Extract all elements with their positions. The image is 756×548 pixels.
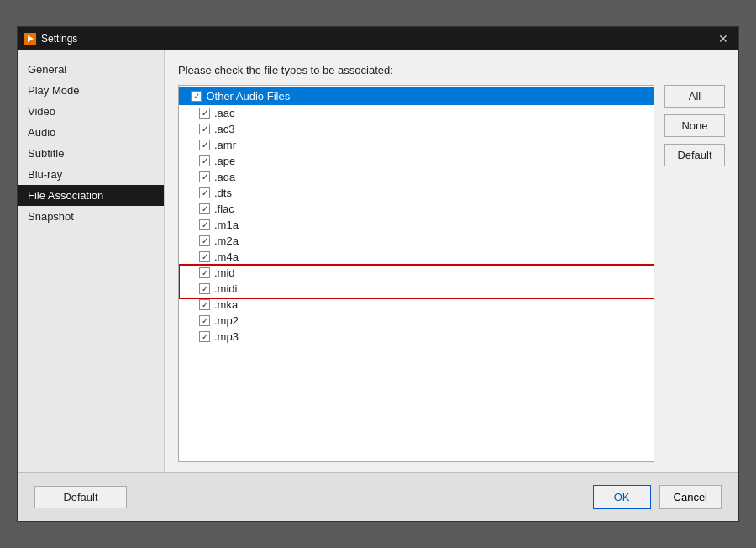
label-ac3: .ac3	[214, 123, 235, 135]
file-item-ape: .ape	[179, 153, 654, 169]
label-dts: .dts	[214, 187, 232, 199]
group-label: Other Audio Files	[206, 90, 290, 103]
none-button[interactable]: None	[664, 114, 725, 137]
checkbox-m4a[interactable]	[199, 251, 210, 262]
label-ada: .ada	[214, 171, 235, 183]
file-item-amr: .amr	[179, 137, 654, 153]
file-item-m4a: .m4a	[179, 249, 654, 265]
label-midi: .midi	[214, 282, 237, 295]
label-amr: .amr	[214, 139, 236, 151]
footer-default-button[interactable]: Default	[34, 486, 127, 508]
checkbox-m2a[interactable]	[199, 235, 210, 246]
checkbox-mka[interactable]	[199, 299, 210, 310]
svg-marker-0	[28, 35, 34, 42]
default-button[interactable]: Default	[664, 144, 725, 166]
sidebar-item-subtitle[interactable]: Subtitle	[18, 143, 164, 164]
label-aac: .aac	[214, 107, 235, 119]
content-area: − Other Audio Files .aac .ac3	[178, 85, 725, 462]
title-bar: Settings ✕	[18, 27, 738, 50]
file-item-mka: .mka	[179, 297, 654, 313]
footer-right: OK Cancel	[593, 485, 722, 509]
file-item-midi: .midi	[179, 281, 654, 297]
file-list-scroll[interactable]: − Other Audio Files .aac .ac3	[179, 86, 654, 461]
label-ape: .ape	[214, 155, 235, 167]
file-item-aac: .aac	[179, 105, 654, 121]
sidebar: General Play Mode Video Audio Subtitle B…	[18, 50, 165, 472]
label-m4a: .m4a	[214, 250, 239, 263]
file-item-m1a: .m1a	[179, 217, 654, 233]
checkbox-flac[interactable]	[199, 203, 210, 214]
checkbox-ac3[interactable]	[199, 124, 210, 134]
label-m1a: .m1a	[214, 219, 239, 231]
settings-window: Settings ✕ General Play Mode Video Audio…	[17, 26, 739, 522]
footer-left: Default	[34, 486, 127, 508]
window-body: General Play Mode Video Audio Subtitle B…	[18, 50, 738, 472]
sidebar-item-fileassociation[interactable]: File Association	[18, 185, 164, 206]
checkbox-ada[interactable]	[199, 171, 210, 182]
label-mid: .mid	[214, 266, 235, 279]
checkbox-mid[interactable]	[199, 267, 210, 278]
label-mp2: .mp2	[214, 314, 239, 327]
side-buttons: All None Default	[664, 85, 725, 462]
group-checkbox[interactable]	[191, 91, 202, 102]
collapse-button[interactable]: −	[182, 92, 187, 102]
sidebar-item-snapshot[interactable]: Snapshot	[18, 206, 164, 227]
file-item-mp2: .mp2	[179, 313, 654, 329]
checkbox-midi[interactable]	[199, 283, 210, 294]
main-content: Please check the file types to be associ…	[165, 50, 738, 472]
main-title: Please check the file types to be associ…	[178, 64, 725, 76]
label-mka: .mka	[214, 298, 238, 311]
label-m2a: .m2a	[214, 234, 239, 247]
footer: Default OK Cancel	[18, 472, 738, 521]
window-title: Settings	[41, 33, 715, 45]
group-header: − Other Audio Files	[179, 87, 654, 105]
checkbox-mp2[interactable]	[199, 315, 210, 326]
file-item-dts: .dts	[179, 185, 654, 201]
file-item-flac: .flac	[179, 201, 654, 217]
close-button[interactable]: ✕	[715, 32, 732, 45]
checkbox-ape[interactable]	[199, 155, 210, 166]
label-mp3: .mp3	[214, 330, 239, 343]
label-flac: .flac	[214, 203, 234, 215]
file-list-container: − Other Audio Files .aac .ac3	[178, 85, 654, 462]
sidebar-item-general[interactable]: General	[18, 59, 164, 80]
sidebar-item-video[interactable]: Video	[18, 101, 164, 122]
checkbox-aac[interactable]	[199, 108, 210, 119]
sidebar-item-audio[interactable]: Audio	[18, 122, 164, 143]
sidebar-item-bluray[interactable]: Blu-ray	[18, 164, 164, 185]
checkbox-mp3[interactable]	[199, 331, 210, 342]
checkbox-amr[interactable]	[199, 140, 210, 150]
cancel-button[interactable]: Cancel	[659, 485, 722, 509]
sidebar-item-playmode[interactable]: Play Mode	[18, 80, 164, 101]
all-button[interactable]: All	[664, 85, 725, 108]
file-item-ada: .ada	[179, 169, 654, 185]
app-icon	[24, 33, 36, 45]
ok-button[interactable]: OK	[593, 485, 651, 509]
checkbox-dts[interactable]	[199, 187, 210, 198]
file-item-m2a: .m2a	[179, 233, 654, 249]
file-item-mp3: .mp3	[179, 329, 654, 345]
checkbox-m1a[interactable]	[199, 219, 210, 230]
file-item-mid: .mid	[179, 265, 654, 281]
file-item-ac3: .ac3	[179, 121, 654, 137]
